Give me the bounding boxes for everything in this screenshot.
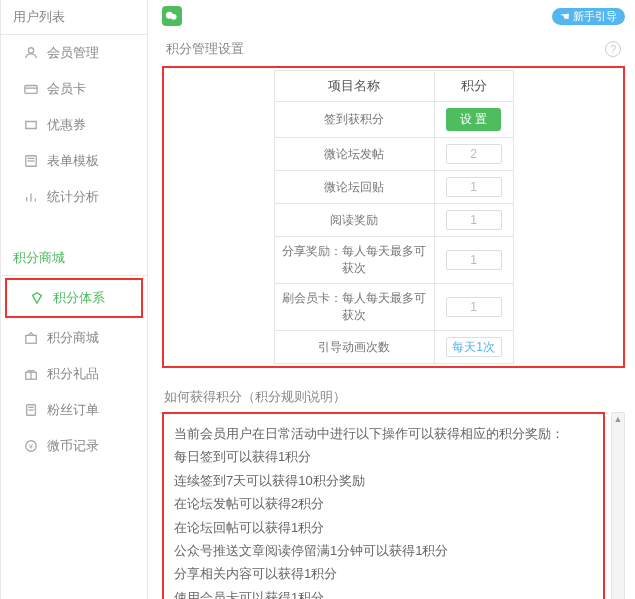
form-icon [23,153,39,169]
sidebar-item-label: 积分体系 [53,289,105,307]
points-input[interactable] [446,297,502,317]
rule-line: 使用会员卡可以获得1积分 [174,586,593,599]
mall-icon [23,330,39,346]
sidebar-item-label: 粉丝订单 [47,401,99,419]
points-input[interactable] [446,144,502,164]
rules-textarea[interactable]: 当前会员用户在日常活动中进行以下操作可以获得相应的积分奖励： 每日签到可以获得1… [162,412,605,599]
user-icon [23,45,39,61]
gift-icon [23,366,39,382]
sidebar-item-member-manage[interactable]: 会员管理 [1,35,147,71]
scrollbar[interactable]: ▲ ▼ [611,412,625,599]
hand-icon: ☚ [560,10,570,23]
points-settings-table: 项目名称 积分 签到获积分设 置 微论坛发帖 微论坛回贴 阅读奖励 分享奖励：每… [274,70,514,364]
sidebar: 用户列表 会员管理 会员卡 优惠券 表单模板 统计分析 积分商城 积分体系 [0,0,148,599]
col-name: 项目名称 [274,71,434,102]
col-points: 积分 [434,71,513,102]
sidebar-item-points-gift[interactable]: 积分礼品 [1,356,147,392]
rule-line: 在论坛回帖可以获得1积分 [174,516,593,539]
table-row: 微论坛发帖 [274,138,513,171]
main-panel: ☚ 新手引导 积分管理设置 ? 项目名称 积分 签到获积分设 置 微论坛发帖 微… [148,0,635,599]
rule-line: 当前会员用户在日常活动中进行以下操作可以获得相应的积分奖励： [174,422,593,445]
order-icon [23,402,39,418]
panel-title: 积分管理设置 [166,40,244,58]
scroll-up-icon[interactable]: ▲ [614,415,623,424]
ticket-icon [23,117,39,133]
rule-line: 每日签到可以获得1积分 [174,445,593,468]
rule-line: 分享相关内容可以获得1积分 [174,562,593,585]
sidebar-item-label: 会员卡 [47,80,86,98]
svg-text:¥: ¥ [29,443,33,450]
points-input[interactable] [446,210,502,230]
settings-highlight: 项目名称 积分 签到获积分设 置 微论坛发帖 微论坛回贴 阅读奖励 分享奖励：每… [162,66,625,368]
chart-icon [23,189,39,205]
sidebar-item-coupon[interactable]: 优惠券 [1,107,147,143]
sidebar-item-label: 会员管理 [47,44,99,62]
sidebar-item-label: 统计分析 [47,188,99,206]
sidebar-item-coin-records[interactable]: ¥ 微币记录 [1,428,147,464]
svg-rect-1 [25,86,37,94]
table-row: 阅读奖励 [274,204,513,237]
sidebar-item-points-system[interactable]: 积分体系 [7,280,141,316]
points-input[interactable] [446,177,502,197]
table-row: 分享奖励：每人每天最多可获次 [274,237,513,284]
sidebar-item-points-mall[interactable]: 积分商城 [1,320,147,356]
setup-button[interactable]: 设 置 [446,108,501,131]
sidebar-item-label: 优惠券 [47,116,86,134]
svg-point-18 [171,14,177,20]
wechat-icon [162,6,182,26]
scroll-thumb[interactable] [614,426,622,599]
sidebar-item-label: 积分礼品 [47,365,99,383]
beginner-guide-button[interactable]: ☚ 新手引导 [552,8,625,25]
sidebar-item-fan-orders[interactable]: 粉丝订单 [1,392,147,428]
sidebar-item-form-template[interactable]: 表单模板 [1,143,147,179]
highlight-marker: 积分体系 [5,278,143,318]
sidebar-item-member-card[interactable]: 会员卡 [1,71,147,107]
sidebar-item-analytics[interactable]: 统计分析 [1,179,147,215]
rules-title: 如何获得积分（积分规则说明） [162,382,625,412]
coin-icon: ¥ [23,438,39,454]
diamond-icon [29,290,45,306]
sidebar-section-mall: 积分商城 [1,241,147,276]
svg-rect-9 [26,335,37,343]
rule-line: 在论坛发帖可以获得2积分 [174,492,593,515]
sidebar-section-users: 用户列表 [1,0,147,35]
sidebar-item-label: 表单模板 [47,152,99,170]
table-row: 刷会员卡：每人每天最多可获次 [274,284,513,331]
table-row: 签到获积分设 置 [274,102,513,138]
sidebar-item-label: 微币记录 [47,437,99,455]
svg-point-0 [28,48,33,53]
points-input[interactable] [446,250,502,270]
sidebar-item-label: 积分商城 [47,329,99,347]
points-input[interactable] [446,337,502,357]
table-row: 微论坛回贴 [274,171,513,204]
rule-line: 公众号推送文章阅读停留满1分钟可以获得1积分 [174,539,593,562]
card-icon [23,81,39,97]
help-icon[interactable]: ? [605,41,621,57]
table-row: 引导动画次数 [274,331,513,364]
rule-line: 连续签到7天可以获得10积分奖励 [174,469,593,492]
